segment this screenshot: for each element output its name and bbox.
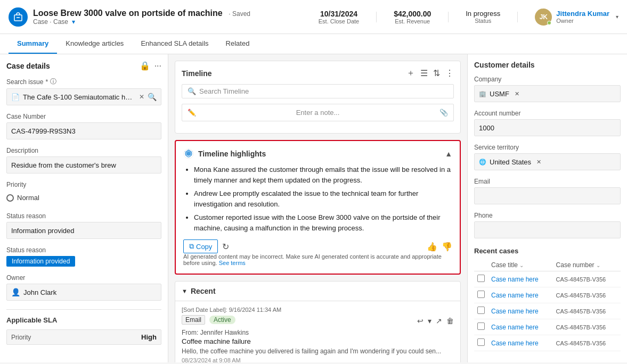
sla-title: Applicable SLA — [6, 316, 161, 324]
reply-dropdown-icon[interactable]: ▾ — [428, 317, 431, 325]
recent-header[interactable]: ▼ Recent — [175, 282, 460, 301]
more-icon[interactable]: ⋮ — [445, 68, 454, 78]
top-header: Loose Brew 3000 valve on portside of mac… — [0, 0, 627, 34]
filter-icon[interactable]: ☰ — [420, 68, 428, 78]
status-reason-group1: Status reason Information provided — [6, 212, 161, 239]
main-layout: Case details 🔒 ··· Search issue * ⓘ 📄 Th… — [0, 54, 627, 362]
highlight-item-0: Mona Kane assured the customer through e… — [194, 164, 452, 185]
refresh-icon[interactable]: ↻ — [222, 242, 229, 252]
search-issue-group: Search issue * ⓘ 📄 The Cafe S-100 Semiau… — [6, 77, 161, 105]
owner-chevron-down-icon[interactable]: ▾ — [616, 14, 618, 20]
sort-icon[interactable]: ⇅ — [433, 68, 440, 78]
tab-enhanced-sla[interactable]: Enhanced SLA details — [132, 34, 217, 54]
description-label: Description — [6, 147, 161, 154]
row-checkbox-1[interactable] — [477, 291, 485, 298]
clear-territory-icon[interactable]: ✕ — [536, 159, 541, 166]
highlights-actions: ⧉ Copy ↻ — [183, 239, 229, 253]
clear-company-icon[interactable]: ✕ — [515, 90, 519, 97]
sla-priority-value: High — [141, 333, 157, 341]
recent-item-type-row: Email Active — [182, 315, 235, 325]
building-icon: 🏢 — [479, 90, 486, 97]
status-reason-value1: Information provided — [6, 222, 161, 239]
thumbs-up-icon[interactable]: 👍 — [427, 242, 437, 252]
table-row: Case name here CAS-48457B-V356 — [474, 303, 621, 319]
row-checkbox-0[interactable] — [477, 275, 485, 282]
description-group: Description Residue from the customer's … — [6, 147, 161, 173]
case-number-value: CAS-47999-R9S3N3 — [6, 122, 161, 139]
active-badge: Active — [209, 316, 235, 324]
case-number-label: Case Number — [6, 113, 161, 120]
lock-icon[interactable]: 🔒 — [140, 61, 150, 71]
tab-related[interactable]: Related — [217, 34, 258, 54]
search-icon[interactable]: 🔍 — [148, 93, 157, 101]
row-checkbox-3[interactable] — [477, 322, 485, 330]
row-checkbox-2[interactable] — [477, 307, 485, 314]
status-badge: Information provided — [6, 256, 75, 267]
case-number-1: CAS-48457B-V356 — [556, 292, 606, 299]
case-details-title: Case details — [6, 62, 50, 70]
account-number-group: Account number 1000 — [474, 110, 621, 136]
more-options-icon[interactable]: ··· — [154, 61, 161, 71]
service-territory-label: Service territory — [474, 144, 621, 151]
tab-summary[interactable]: Summary — [9, 34, 57, 54]
tab-knowledge-articles[interactable]: Knowledge articles — [57, 34, 132, 54]
case-number-group: Case Number CAS-47999-R9S3N3 — [6, 113, 161, 139]
header-title-block: Loose Brew 3000 valve on portside of mac… — [33, 9, 250, 26]
clear-search-icon[interactable]: ✕ — [139, 93, 144, 101]
thumbs-down-icon[interactable]: 👎 — [442, 242, 452, 252]
ai-disclaimer: AI generated content may be incorrect. M… — [183, 253, 452, 266]
case-number-sort-icon[interactable]: ⌄ — [596, 262, 600, 268]
email-label: Email — [474, 178, 621, 185]
case-name-link-2[interactable]: Case name here — [491, 308, 539, 315]
case-title-sort-icon[interactable]: ⌄ — [519, 262, 524, 268]
case-name-link-4[interactable]: Case name here — [491, 340, 539, 347]
forward-icon[interactable]: ↗ — [436, 317, 442, 325]
like-dislike: 👍 👎 — [427, 242, 452, 252]
delete-icon[interactable]: 🗑 — [446, 317, 454, 325]
phone-value — [474, 221, 621, 238]
timeline-card: Timeline ＋ ☰ ⇅ ⋮ 🔍 Search Timeline ✏️ En… — [175, 61, 461, 134]
see-terms-link[interactable]: See terms — [219, 260, 246, 266]
case-name-link-0[interactable]: Case name here — [491, 276, 539, 283]
saved-label: · Saved — [229, 10, 250, 18]
priority-radio[interactable]: Normal — [6, 191, 161, 205]
edit-icon: ✏️ — [188, 109, 196, 117]
email-group: Email — [474, 178, 621, 204]
case-number-2: CAS-48457B-V356 — [556, 308, 606, 315]
highlights-title: Timeline highlights — [198, 150, 266, 158]
copy-button[interactable]: ⧉ Copy — [183, 239, 218, 253]
recent-cases-title: Recent cases — [474, 247, 621, 255]
row-checkbox-4[interactable] — [477, 338, 485, 346]
search-issue-value[interactable]: 📄 The Cafe S-100 Semiautomatic has air b… — [6, 88, 161, 105]
table-row: Case name here CAS-48457B-V356 — [474, 335, 621, 351]
search-timeline-placeholder: Search Timeline — [199, 87, 249, 95]
highlights-card: Timeline highlights ▲ Mona Kane assured … — [175, 140, 461, 275]
timeline-actions: ＋ ☰ ⇅ ⋮ — [406, 68, 454, 79]
recent-item-body: Hello, the coffee machine you delivered … — [182, 348, 454, 355]
email-badge: Email — [182, 315, 205, 325]
collapse-recent-icon: ▼ — [182, 288, 188, 294]
status-meta: In progress Status — [466, 10, 500, 24]
recent-cases-section: Recent cases Case title ⌄ Case number ⌄ — [474, 247, 621, 351]
service-territory-group: Service territory 🌐 United States ✕ — [474, 144, 621, 170]
sla-priority-row: Priority High — [6, 329, 161, 345]
status-reason-label2: Status reason — [6, 246, 161, 254]
middle-panel: Timeline ＋ ☰ ⇅ ⋮ 🔍 Search Timeline ✏️ En… — [168, 54, 467, 362]
case-name-link-3[interactable]: Case name here — [491, 324, 539, 331]
header-left: Loose Brew 3000 valve on portside of mac… — [9, 7, 250, 27]
phone-group: Phone — [474, 212, 621, 238]
table-row: Case name here CAS-48457B-V356 — [474, 319, 621, 335]
add-icon[interactable]: ＋ — [406, 68, 415, 79]
reply-icon[interactable]: ↩ — [417, 317, 424, 325]
owner-section[interactable]: JK Jittendra Kumar Owner ▾ — [535, 9, 618, 26]
collapse-icon[interactable]: ▲ — [445, 150, 452, 158]
header-right: 10/31/2024 Est. Close Date $42,000.00 Es… — [319, 9, 618, 26]
recent-item-from: From: Jennifer Hawkins — [182, 329, 454, 336]
note-bar[interactable]: ✏️ Enter a note... 📎 — [182, 104, 454, 121]
timeline-title: Timeline — [182, 69, 212, 78]
case-name-link-1[interactable]: Case name here — [491, 292, 539, 299]
case-details-header: Case details 🔒 ··· — [6, 61, 161, 71]
timeline-search-bar[interactable]: 🔍 Search Timeline — [182, 84, 454, 98]
required-star: * — [45, 78, 48, 86]
ms-copilot-icon — [183, 148, 194, 159]
